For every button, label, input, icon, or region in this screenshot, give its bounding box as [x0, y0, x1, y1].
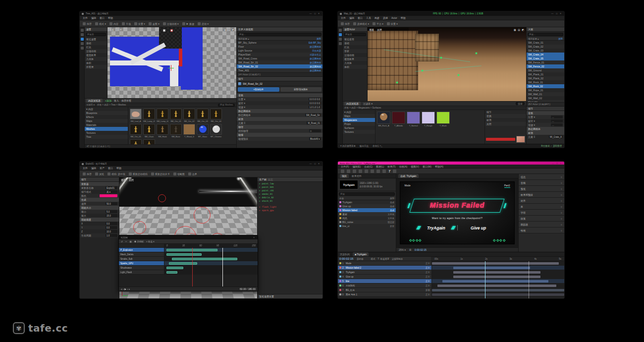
hand-tool-icon[interactable] [347, 170, 350, 173]
menu-item[interactable]: 窗口 [100, 16, 105, 19]
search-input[interactable]: 搜索类 [344, 33, 366, 36]
layer-blend-mode[interactable]: 正常 [426, 262, 430, 265]
status-item[interactable]: ≡ 内容侧滑菜单 [340, 145, 356, 147]
outliner-row[interactable]: PlayerStart玩家出生点 [237, 53, 322, 57]
layer-blend-mode[interactable]: 正常 [426, 271, 430, 274]
toolbar-button[interactable]: 浏览 [95, 172, 104, 175]
place-category[interactable]: 几何体 [343, 61, 367, 65]
sequencer-track[interactable]: Light_Flash [119, 270, 258, 275]
track-name[interactable]: Smoke_Sub [119, 257, 164, 261]
sequencer-tool[interactable]: ✂ [125, 240, 127, 243]
tab-render-queue[interactable]: 渲染队列 [340, 253, 350, 256]
folder-item[interactable]: Tree [85, 135, 128, 139]
outliner-row[interactable]: SM_Fence_02 [527, 64, 564, 68]
editor-modes-strip[interactable] [80, 27, 85, 148]
tab-asset-tree[interactable]: 资产树 [259, 178, 267, 181]
outliner-row[interactable]: Light Source定向光源 [237, 49, 322, 53]
folder-item[interactable]: Props [343, 122, 375, 126]
viewport-icons[interactable]: ▦ ▤ ◩ [224, 28, 235, 31]
layer-track[interactable] [432, 292, 564, 296]
property-row[interactable]: 变换 [527, 111, 564, 115]
asset-thumbnail[interactable]: SM_Orn_01 [170, 109, 182, 122]
outliner-row[interactable]: SM_Road_Cross静态网格体 [237, 57, 322, 60]
property-row[interactable]: 生命周期1.0 [80, 233, 119, 237]
panel-tab[interactable]: 信息 [519, 174, 564, 180]
emitter-item[interactable]: ▸ debris_02 [258, 196, 322, 199]
layer-blend-mode[interactable]: 屏幕 [426, 289, 430, 291]
folder-item[interactable]: ▾ 内容 [85, 107, 128, 111]
track-clip[interactable] [172, 258, 237, 260]
outliner-row[interactable]: SM_Crate_03 [527, 49, 564, 53]
sequencer-tool[interactable]: ◆ 关键帧 [134, 240, 144, 243]
titlebar[interactable]: Explo01 - 粒子编辑器 — □ × [80, 162, 322, 166]
toolbar-button[interactable]: 重新启动模拟 [129, 172, 148, 175]
menu-item[interactable]: 帮助 [116, 167, 121, 170]
window-controls[interactable]: — □ × [310, 163, 321, 165]
details-header[interactable]: 细节 [237, 77, 322, 81]
timeline-layer[interactable]: 2 Mission failed 2 正常 [338, 266, 564, 270]
asset-thumbnail[interactable]: SM_Chain [143, 124, 155, 138]
layer-label-chip[interactable] [339, 271, 341, 273]
track-lane[interactable] [164, 270, 258, 274]
asset-thumbnail[interactable]: T_Rough [422, 112, 435, 127]
emitter-item-disabled[interactable]: ▸ flash_light [258, 205, 322, 209]
sequencer-close[interactable]: × [253, 236, 256, 239]
menu-item[interactable]: 选择 [383, 16, 388, 19]
toolbar-button[interactable]: 保存 [341, 22, 350, 25]
menu-item[interactable]: 文件 [341, 16, 346, 19]
sequencer-tool[interactable]: ↺ [121, 240, 123, 243]
menu-item[interactable]: 帮助(H) [435, 165, 443, 168]
track-lane[interactable] [164, 252, 258, 256]
property-row[interactable]: 旋转 ▾0.0 0.0 0.0 [237, 101, 322, 105]
menu-item[interactable]: 资产 [100, 167, 105, 170]
zoom-tool-icon[interactable] [353, 170, 356, 173]
layer-label-chip[interactable] [339, 276, 341, 278]
outliner-row[interactable]: Tree_A01静态网格体 [237, 68, 322, 72]
layer-blend-mode[interactable]: 正常 [426, 267, 430, 269]
green-marker-1[interactable] [396, 82, 398, 83]
folder-item[interactable]: Blueprints [85, 111, 128, 115]
transform-gizmo[interactable] [168, 65, 174, 71]
menu-item[interactable]: 视图(V) [411, 165, 419, 168]
toolbar-button[interactable]: 缩略图 [173, 172, 185, 175]
menu-item[interactable]: 文件 [83, 167, 88, 170]
menu-item[interactable]: 窗口(W) [423, 165, 431, 168]
layer-track[interactable] [432, 261, 564, 265]
viewport-3d[interactable]: 透视光照 ▦ ▤ ◩ [107, 27, 236, 98]
marker-red[interactable] [192, 248, 193, 286]
viewport-icons[interactable]: ▦ ▤ ◩ [514, 28, 525, 31]
outliner-row[interactable]: SM_Crate_02 [527, 45, 564, 49]
asset-search-input[interactable]: 搜索 [516, 102, 525, 105]
menu-item[interactable]: 工具 [366, 16, 371, 19]
add-component-button[interactable]: +添加组件 [238, 87, 279, 92]
layer-track[interactable] [432, 275, 564, 279]
tab-log[interactable]: 日志 [268, 178, 273, 181]
titlebar[interactable]: Tree_A01 - 虚幻编辑器 — □ × [80, 11, 322, 16]
place-category[interactable]: 视觉效果 [343, 57, 367, 61]
layer-duration-bar[interactable] [453, 267, 530, 269]
outliner-row[interactable]: SM_Fence_01 [527, 60, 564, 64]
place-category[interactable]: 基础 [343, 41, 367, 45]
status-item[interactable]: 输出日志 [360, 145, 369, 147]
time-ruler[interactable]: 0306090120150 [164, 244, 258, 247]
menu-item[interactable]: 构建 [375, 16, 379, 19]
titlebar[interactable]: Map_01 - 虚幻编辑器 FPS: 60 | CPU: 16.6ms | G… [338, 11, 564, 16]
property-row[interactable]: Z10.0 [80, 229, 119, 233]
outliner-header[interactable]: 世界大纲视图 [237, 27, 322, 32]
project-item[interactable]: BG_noise 固态层 [338, 220, 396, 224]
layer-label-chip[interactable] [339, 289, 341, 291]
folder-item[interactable]: Meshes [85, 127, 128, 131]
panel-tab[interactable]: 段落 [519, 216, 564, 222]
timeline-layer[interactable]: 4 Give up 正常 [338, 275, 564, 279]
toolbar-button[interactable]: 重新启动关卡 [151, 172, 170, 175]
layer-name[interactable]: 黑色 纯色 1 [346, 293, 357, 296]
emitter-item-disabled[interactable]: ▸ spark_gpu [258, 209, 322, 212]
place-category[interactable]: 视觉效果 [85, 53, 107, 57]
outliner-row[interactable]: SM_Crate_01 [527, 41, 564, 45]
toolbar-button[interactable]: 蓝图 ▾ [149, 22, 160, 25]
layer-duration-bar[interactable] [432, 289, 564, 291]
panel-tab[interactable]: 绘画 [519, 228, 564, 233]
emitter-item[interactable]: ▸ smoke_01 [258, 192, 322, 196]
layer-name[interactable]: line [346, 280, 349, 283]
viewport-3d[interactable]: 透视光照 ▦ ▤ ◩ [368, 27, 526, 101]
